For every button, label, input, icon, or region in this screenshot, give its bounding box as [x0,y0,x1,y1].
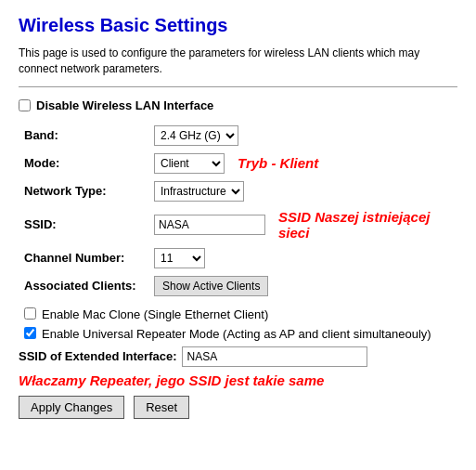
band-label: Band: [19,122,148,150]
ssid-extended-annotation: Właczamy Repeater, jego SSID jest takie … [19,372,457,388]
ssid-annotation: SSID Naszej istniejącej sieci [278,209,452,241]
universal-repeater-row: Enable Universal Repeater Mode (Acting a… [24,327,457,341]
associated-label: Associated Clients: [19,272,148,300]
ssid-extended-row: SSID of Extended Interface: [19,346,457,367]
mode-select[interactable]: Client AP Repeater [154,153,225,174]
universal-repeater-label: Enable Universal Repeater Mode (Acting a… [42,327,431,341]
mac-clone-label: Enable Mac Clone (Single Ethernet Client… [42,307,268,321]
disable-wireless-checkbox[interactable] [19,99,31,111]
channel-row: Channel Number: 1234 5678 91011 1213 [19,244,457,272]
mode-annotation: Tryb - Klient [238,155,318,171]
ssid-input[interactable] [154,215,265,235]
mode-label: Mode: [19,150,148,177]
associated-row: Associated Clients: Show Active Clients [19,272,457,300]
band-select[interactable]: 2.4 GHz (G) 5 GHz (A) [154,125,238,146]
ssid-row: SSID: SSID Naszej istniejącej sieci [19,205,457,244]
button-row: Apply Changes Reset [19,396,457,419]
mode-row: Mode: Client AP Repeater Tryb - Klient [19,150,457,177]
ssid-extended-label: SSID of Extended Interface: [19,349,176,363]
universal-repeater-checkbox[interactable] [24,327,36,339]
divider [19,86,457,87]
mac-clone-row: Enable Mac Clone (Single Ethernet Client… [24,307,457,321]
ssid-label: SSID: [19,205,148,244]
mac-clone-checkbox[interactable] [24,307,36,320]
settings-table: Band: 2.4 GHz (G) 5 GHz (A) Mode: Client… [19,122,457,300]
show-clients-button[interactable]: Show Active Clients [154,276,268,296]
ssid-extended-input[interactable] [182,346,367,367]
network-type-label: Network Type: [19,177,148,205]
band-row: Band: 2.4 GHz (G) 5 GHz (A) [19,122,457,150]
page-description: This page is used to configure the param… [19,46,457,77]
network-type-select[interactable]: Infrastructure Ad-Hoc [154,181,244,202]
reset-button[interactable]: Reset [134,396,189,419]
disable-wireless-label: Disable Wireless LAN Interface [36,98,213,112]
channel-label: Channel Number: [19,244,148,272]
page-title: Wireless Basic Settings [19,15,457,36]
channel-select[interactable]: 1234 5678 91011 1213 [154,248,205,268]
apply-button[interactable]: Apply Changes [19,396,124,419]
network-type-row: Network Type: Infrastructure Ad-Hoc [19,177,457,205]
